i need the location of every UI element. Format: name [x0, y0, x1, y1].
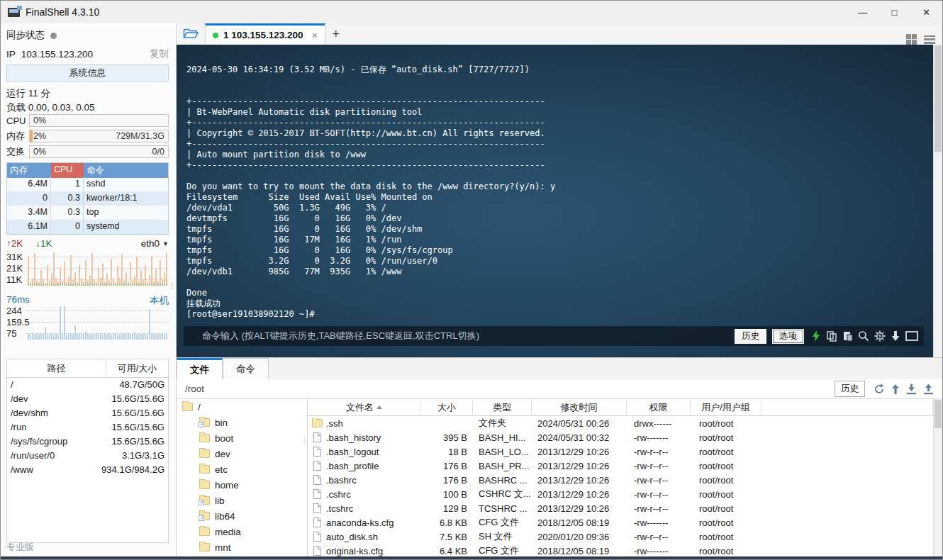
search-icon[interactable]: [858, 330, 869, 342]
terminal-tab[interactable]: 1 103.155.123.200 ×: [205, 23, 325, 45]
tree-item-lib64[interactable]: ↗lib64: [177, 508, 306, 524]
copy-ip-link[interactable]: 复制: [150, 47, 169, 60]
tab-close-icon[interactable]: ×: [312, 30, 318, 41]
upload-tray-icon[interactable]: [923, 383, 934, 395]
folder-icon: ↗: [199, 418, 210, 427]
file-icon: [313, 517, 321, 527]
col-type[interactable]: 类型: [473, 399, 532, 415]
layout-grid-icon[interactable]: [906, 34, 917, 45]
connected-status-icon: [213, 33, 218, 38]
disk-header-size[interactable]: 可用/大小: [106, 359, 168, 377]
col-owner[interactable]: 用户/用户组: [691, 399, 761, 415]
net-tick-3: 11K: [6, 274, 22, 285]
terminal-screen[interactable]: 2024-05-30 16:34:19 (3.52 MB/s) - 已保存 “a…: [177, 45, 942, 357]
ping-tick-2: 159.5: [6, 317, 30, 327]
command-history-button[interactable]: 历史: [735, 329, 766, 344]
folder-icon: [199, 481, 210, 489]
folder-icon: [199, 543, 210, 551]
disk-row: /run/user/03.1G/3.1G: [7, 449, 168, 463]
file-row[interactable]: auto_disk.sh7.5 KBSH 文件2020/01/20 09:36-…: [308, 530, 933, 544]
download-rate: 1K: [40, 238, 52, 249]
system-info-button[interactable]: 系统信息: [6, 65, 169, 82]
file-row[interactable]: .bashrc176 BBASHRC ...2013/12/29 10:26-r…: [308, 473, 933, 487]
file-table-header: 文件名 大小 类型 修改时间 权限 用户/用户组: [308, 399, 933, 416]
tab-files[interactable]: 文件: [177, 358, 223, 379]
file-icon: [313, 447, 321, 457]
ip-address: 103.155.123.200: [21, 49, 93, 60]
file-row[interactable]: .bash_profile176 BBASH_PR...2013/12/29 1…: [308, 459, 933, 473]
file-icon: [313, 475, 321, 485]
path-input[interactable]: [185, 383, 835, 394]
disk-header-path[interactable]: 路径: [7, 359, 106, 377]
process-table: 内存 CPU 命令 6.4M1sshd00.3kworker/18:13.4M0…: [6, 162, 169, 235]
process-header-cpu[interactable]: CPU: [51, 163, 84, 178]
refresh-icon[interactable]: [874, 383, 885, 395]
gear-icon[interactable]: [874, 330, 886, 342]
file-table-body: .ssh文件夹2024/05/31 00:26drwx------root/ro…: [308, 416, 933, 556]
disk-row: /run15.6G/15.6G: [7, 420, 168, 435]
hamburger-menu-icon[interactable]: [924, 35, 935, 44]
net-tick-1: 31K: [6, 252, 23, 262]
file-row[interactable]: original-ks.cfg6.4 KBCFG 文件2018/12/05 08…: [308, 544, 933, 556]
process-header-memory[interactable]: 内存: [7, 163, 51, 178]
maximize-button[interactable]: □: [878, 1, 910, 23]
file-row[interactable]: .bash_history395 BBASH_HI...2024/05/31 0…: [308, 430, 933, 444]
tree-item-media[interactable]: media: [177, 524, 306, 539]
file-row[interactable]: .ssh文件夹2024/05/31 00:26drwx------root/ro…: [308, 416, 933, 430]
copy-icon[interactable]: [826, 330, 837, 342]
upload-rate: 2K: [11, 238, 23, 249]
disk-row: /sys/fs/cgroup15.6G/15.6G: [7, 435, 168, 449]
new-tab-button[interactable]: +: [325, 23, 347, 45]
tree-item-lib[interactable]: ↗lib: [177, 493, 306, 508]
folder-icon: [182, 403, 193, 411]
lightning-icon[interactable]: [811, 330, 821, 342]
col-perm[interactable]: 权限: [627, 399, 691, 415]
file-icon: [313, 532, 321, 542]
title-bar: FinalShell 4.3.10 — □ ✕: [1, 1, 942, 23]
file-row[interactable]: .tcshrc129 BTCSHRC ...2013/12/29 10:26-r…: [308, 501, 933, 515]
process-row: 00.3kworker/18:1: [7, 191, 168, 206]
connection-manager-button[interactable]: [177, 23, 205, 45]
file-row[interactable]: .cshrc100 BCSHRC 文...2013/12/29 10:26-rw…: [308, 487, 933, 501]
download-tray-icon[interactable]: [906, 383, 917, 395]
tree-item-home[interactable]: home: [177, 477, 306, 493]
path-history-button[interactable]: 历史: [835, 381, 865, 397]
disk-row: /dev15.6G/15.6G: [7, 392, 168, 406]
app-icon: [8, 8, 20, 17]
col-mtime[interactable]: 修改时间: [532, 399, 627, 415]
window-mode-icon[interactable]: [905, 331, 918, 341]
download-arrow-icon[interactable]: [891, 330, 900, 342]
file-row[interactable]: .bash_logout18 BBASH_LO...2013/12/29 10:…: [308, 444, 933, 459]
tab-commands[interactable]: 命令: [223, 358, 269, 379]
symlink-icon: ↗: [199, 500, 204, 505]
tree-item-dev[interactable]: dev: [177, 446, 306, 461]
chevron-down-icon: ▼: [162, 240, 169, 247]
paste-icon[interactable]: [842, 330, 853, 342]
command-options-button[interactable]: 选项: [772, 329, 804, 344]
folder-icon: [199, 527, 210, 536]
close-button[interactable]: ✕: [910, 1, 942, 23]
col-size[interactable]: 大小: [421, 399, 473, 415]
minimize-button[interactable]: —: [847, 1, 878, 23]
folder-icon: [312, 419, 323, 427]
uptime-text: 运行 11 分: [6, 87, 169, 100]
file-table-scrollbar[interactable]: [933, 399, 942, 556]
tree-item-bin[interactable]: ↗bin: [177, 415, 306, 430]
col-filename[interactable]: 文件名: [308, 399, 421, 415]
tree-item-mnt[interactable]: mnt: [177, 539, 306, 555]
tree-item-root[interactable]: /: [177, 399, 306, 415]
terminal-scrollbar[interactable]: [933, 45, 942, 357]
interface-selector[interactable]: eth0▼: [141, 238, 169, 249]
panel-splitter[interactable]: ⋮: [169, 284, 176, 287]
bottom-tab-strip: 文件 命令: [177, 358, 942, 379]
command-input[interactable]: 命令输入 (按ALT键提示历史,TAB键路径,ESC键返回,双击CTRL切换): [189, 330, 729, 342]
file-row[interactable]: anaconda-ks.cfg6.8 KBCFG 文件2018/12/05 08…: [308, 515, 933, 530]
parent-dir-icon[interactable]: [891, 383, 900, 395]
process-header-command[interactable]: 命令: [84, 163, 168, 178]
folder-icon: [199, 449, 210, 458]
process-row: 6.4M1sshd: [7, 177, 168, 191]
folder-icon: [199, 434, 210, 442]
folder-icon: ↗: [199, 496, 210, 505]
tree-item-boot[interactable]: boot: [177, 430, 306, 446]
tree-item-etc[interactable]: etc: [177, 461, 306, 477]
